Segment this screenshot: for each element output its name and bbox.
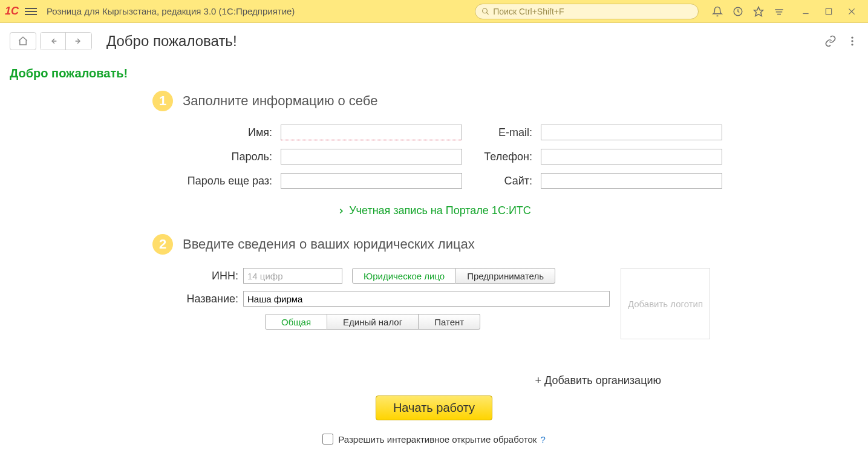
phone-field[interactable]	[541, 149, 722, 164]
start-button[interactable]: Начать работу	[376, 396, 492, 420]
its-portal-link[interactable]: Учетная запись на Портале 1С:ИТС	[24, 204, 844, 217]
app-logo-icon: 1C	[5, 5, 19, 18]
email-field[interactable]	[541, 125, 722, 140]
titlebar: 1C Розница для Кыргызстана, редакция 3.0…	[0, 0, 868, 23]
arrow-left-icon	[48, 36, 58, 46]
label-site: Сайт:	[468, 175, 535, 187]
inn-field[interactable]	[243, 268, 342, 284]
page-subtitle: Добро пожаловать!	[0, 54, 868, 80]
label-password: Пароль:	[178, 151, 275, 163]
label-password2: Пароль еще раз:	[178, 175, 275, 187]
svg-rect-8	[826, 8, 831, 14]
step-1-form: Имя: E-mail: Пароль: Телефон: Пароль еще…	[178, 125, 844, 189]
tax-single-button[interactable]: Единый налог	[327, 314, 419, 330]
forward-button[interactable]	[66, 33, 91, 50]
page-toolbar: Добро пожаловать!	[0, 28, 868, 54]
search-input[interactable]	[493, 7, 692, 16]
label-orgname: Название:	[178, 293, 238, 305]
close-icon[interactable]	[844, 4, 860, 19]
bell-icon[interactable]	[710, 4, 725, 19]
add-organization-button[interactable]: + Добавить организацию	[535, 374, 661, 386]
home-button[interactable]	[10, 32, 36, 50]
its-link-label: Учетная запись на Портале 1С:ИТС	[349, 204, 531, 217]
svg-point-15	[851, 44, 853, 45]
entity-entrepreneur-button[interactable]: Предприниматель	[456, 268, 555, 284]
step-2-badge: 2	[152, 234, 173, 255]
step-2-title: Введите сведения о ваших юридических лиц…	[183, 236, 475, 252]
menu-lines-icon[interactable]	[771, 4, 787, 19]
svg-point-14	[851, 40, 853, 42]
step-2-header: 2 Введите сведения о ваших юридических л…	[152, 234, 844, 255]
history-icon[interactable]	[730, 4, 746, 19]
password-field[interactable]	[281, 149, 462, 164]
svg-marker-3	[754, 7, 763, 16]
page-title: Добро пожаловать!	[106, 33, 237, 50]
home-icon	[18, 36, 28, 47]
star-icon[interactable]	[751, 4, 766, 19]
tax-patent-button[interactable]: Патент	[419, 314, 480, 330]
allow-processing-checkbox[interactable]	[322, 434, 333, 445]
name-field[interactable]	[281, 125, 462, 140]
label-inn: ИНН:	[178, 270, 238, 282]
svg-line-1	[486, 12, 488, 14]
label-email: E-mail:	[468, 126, 535, 139]
svg-point-13	[851, 37, 853, 39]
step-1-title: Заполните информацию о себе	[183, 93, 377, 109]
minimize-icon[interactable]	[798, 4, 814, 19]
entity-legal-button[interactable]: Юридическое лицо	[352, 268, 456, 284]
search-icon	[481, 7, 489, 16]
add-logo-box[interactable]: Добавить логотип	[621, 268, 710, 339]
step-1-header: 1 Заполните информацию о себе	[152, 91, 844, 111]
add-logo-label: Добавить логотип	[628, 299, 703, 309]
entity-type-toggle: Юридическое лицо Предприниматель	[352, 268, 555, 284]
allow-processing-row: Разрешить интерактивное открытие обработ…	[24, 434, 844, 445]
hamburger-icon[interactable]	[25, 6, 37, 17]
label-name: Имя:	[178, 126, 275, 139]
tax-general-button[interactable]: Общая	[265, 314, 327, 330]
allow-processing-label: Разрешить интерактивное открытие обработ…	[338, 434, 537, 445]
chevron-right-icon	[337, 207, 345, 215]
label-phone: Телефон:	[468, 151, 535, 163]
global-search[interactable]	[475, 4, 699, 19]
orgname-field[interactable]	[243, 291, 610, 307]
add-organization-row: + Добавить организацию	[24, 374, 661, 387]
maximize-icon[interactable]	[821, 4, 837, 19]
link-icon[interactable]	[822, 33, 839, 50]
svg-point-0	[483, 8, 488, 13]
site-field[interactable]	[541, 173, 722, 189]
arrow-right-icon	[74, 36, 83, 46]
tax-system-toggle: Общая Единый налог Патент	[265, 314, 480, 330]
app-title: Розница для Кыргызстана, редакция 3.0 (1…	[47, 6, 295, 16]
help-icon[interactable]: ?	[540, 434, 545, 445]
password2-field[interactable]	[281, 173, 462, 189]
kebab-icon[interactable]	[844, 33, 861, 50]
step-1-badge: 1	[152, 91, 173, 111]
content-scroll[interactable]: 1 Заполните информацию о себе Имя: E-mai…	[0, 81, 868, 456]
back-button[interactable]	[41, 33, 66, 50]
